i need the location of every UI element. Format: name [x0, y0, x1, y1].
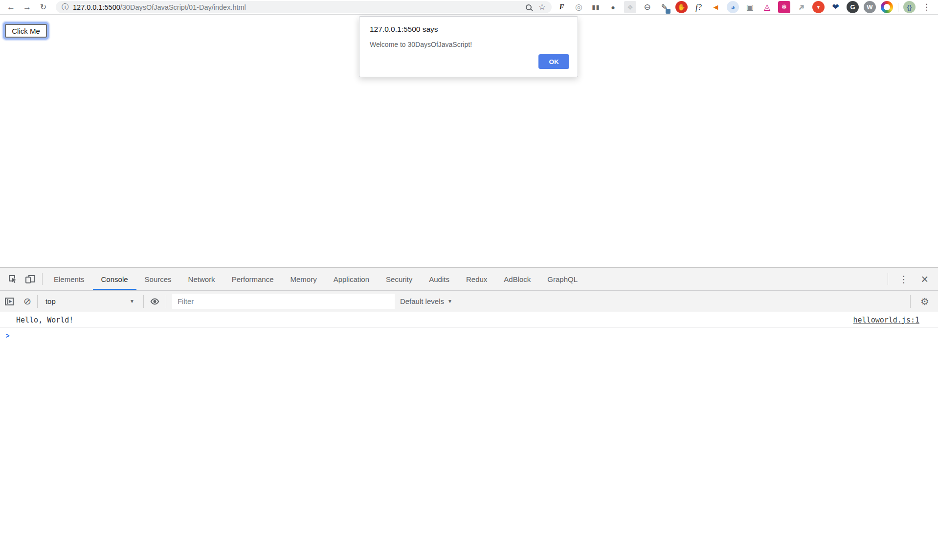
- g-circle-extension-icon[interactable]: G: [847, 1, 859, 13]
- click-me-button[interactable]: Click Me: [5, 24, 47, 38]
- console-filter-input[interactable]: [172, 294, 395, 309]
- console-source-link[interactable]: helloworld.js:1: [853, 316, 919, 324]
- bookmark-extension-icon[interactable]: ▼: [812, 1, 825, 13]
- toolbar-separator: [37, 295, 38, 308]
- tab-network[interactable]: Network: [180, 268, 223, 290]
- alert-dialog: 127.0.0.1:5500 says Welcome to 30DaysOfJ…: [359, 16, 578, 77]
- url-bar[interactable]: ⓘ 127.0.0.1:5500/30DaysOfJavaScript/01-D…: [56, 1, 552, 13]
- zoom-icon[interactable]: [526, 4, 532, 10]
- bookmark-star-icon[interactable]: ☆: [538, 2, 546, 12]
- tab-elements[interactable]: Elements: [45, 268, 93, 290]
- console-settings-gear-icon[interactable]: ⚙: [916, 296, 933, 307]
- extensions-separator: [898, 3, 898, 12]
- omnibox-actions: ☆: [526, 2, 546, 12]
- console-message-row: Hello, World! helloworld.js:1: [0, 312, 938, 328]
- console-toolbar: ▶ ⊘ top ▼ Default levels ▼ ⚙: [0, 291, 938, 312]
- fonts-ninja-extension-icon[interactable]: F: [556, 1, 568, 13]
- pink-prism-extension-icon[interactable]: ◬: [761, 1, 773, 13]
- chevron-down-icon: ▼: [130, 299, 134, 304]
- back-button[interactable]: ←: [4, 1, 18, 13]
- browser-toolbar: ← → ↻ ⓘ 127.0.0.1:5500/30DaysOfJavaScrip…: [0, 0, 938, 15]
- tab-audits[interactable]: Audits: [421, 268, 458, 290]
- inspect-cursor-glyph: [8, 274, 18, 284]
- alert-message: Welcome to 30DaysOfJavaScript!: [370, 41, 568, 48]
- tab-redux[interactable]: Redux: [458, 268, 495, 290]
- play-glyph: ▶: [9, 299, 12, 303]
- inspect-element-icon[interactable]: [4, 268, 22, 290]
- chevron-down-icon: ▼: [447, 299, 452, 304]
- toolbar-separator: [143, 295, 144, 308]
- log-levels-value: Default levels: [400, 297, 444, 305]
- side-panels-extension-icon[interactable]: ▮▮: [590, 1, 602, 13]
- page-info-icon[interactable]: ⓘ: [62, 3, 68, 12]
- extensions-bar: F ◎ ▮▮ ● ❖ ⊖ ✎ ✋ f? ◄ ◕ ▣ ◬ ✻ ➔ ▼ ❤ G W …: [556, 1, 934, 13]
- tab-application[interactable]: Application: [325, 268, 378, 290]
- toolbar-separator: [910, 295, 911, 308]
- pink-flower-extension-icon[interactable]: ✻: [778, 1, 790, 13]
- alert-ok-button[interactable]: OK: [538, 54, 569, 69]
- w-circle-extension-icon[interactable]: W: [864, 1, 876, 13]
- console-sidebar-icon[interactable]: ▶: [5, 298, 14, 305]
- alert-title: 127.0.0.1:5500 says: [370, 25, 568, 34]
- devtools-window-controls: ⋮ ×: [885, 268, 938, 290]
- controls-separator: [888, 273, 888, 285]
- url-path: /30DaysOfJavaScript/01-Day/index.html: [120, 3, 246, 11]
- corner-arrow-extension-icon[interactable]: ➔: [793, 0, 810, 16]
- halo-ring-extension-icon[interactable]: ◎: [573, 1, 585, 13]
- log-levels-dropdown[interactable]: Default levels ▼: [400, 297, 452, 305]
- reload-button[interactable]: ↻: [37, 1, 50, 13]
- console-prompt[interactable]: >: [0, 328, 938, 343]
- bug-extension-icon[interactable]: ●: [607, 1, 619, 13]
- browser-menu-button[interactable]: ⋮: [920, 2, 933, 12]
- live-expression-eye-icon[interactable]: [150, 297, 160, 306]
- url-host: 127.0.0.1:5500: [73, 3, 120, 11]
- devtools-panel: Elements Console Sources Network Perform…: [0, 267, 938, 560]
- tab-adblock[interactable]: AdBlock: [495, 268, 539, 290]
- eyedropper-extension-icon[interactable]: ✎: [658, 1, 670, 13]
- device-toolbar-icon[interactable]: [22, 268, 39, 290]
- tab-performance[interactable]: Performance: [223, 268, 282, 290]
- f-question-extension-icon[interactable]: f?: [692, 1, 705, 13]
- tabbar-separator: [42, 273, 43, 285]
- json-braces-extension-icon[interactable]: {}: [903, 1, 916, 13]
- context-selector-value: top: [45, 297, 56, 305]
- megaphone-extension-icon[interactable]: ◄: [710, 1, 722, 13]
- blue-swirl-extension-icon[interactable]: ◕: [727, 1, 739, 13]
- forward-button[interactable]: →: [21, 1, 34, 13]
- devtools-menu-button[interactable]: ⋮: [893, 274, 914, 285]
- device-frames-glyph: [25, 274, 36, 284]
- clear-console-icon[interactable]: ⊘: [23, 296, 31, 307]
- tab-console[interactable]: Console: [93, 268, 136, 290]
- tab-security[interactable]: Security: [378, 268, 421, 290]
- camera-extension-icon[interactable]: ▣: [744, 1, 756, 13]
- paren-dash-extension-icon[interactable]: ⊖: [641, 1, 653, 13]
- url-text[interactable]: 127.0.0.1:5500/30DaysOfJavaScript/01-Day…: [73, 3, 246, 11]
- eye-glyph: [150, 297, 160, 306]
- stop-hand-extension-icon[interactable]: ✋: [675, 1, 688, 13]
- console-prompt-chevron-icon: >: [6, 331, 10, 340]
- grid-flower-extension-icon[interactable]: ❖: [624, 1, 636, 13]
- rainbow-ring-extension-icon[interactable]: [881, 1, 893, 13]
- console-message-text: Hello, World!: [16, 316, 73, 324]
- devtools-close-button[interactable]: ×: [916, 273, 933, 285]
- context-selector[interactable]: top ▼: [44, 297, 137, 305]
- tab-memory[interactable]: Memory: [282, 268, 325, 290]
- toolbar-separator: [166, 295, 166, 308]
- devtools-tab-bar: Elements Console Sources Network Perform…: [0, 268, 938, 291]
- tab-graphql[interactable]: GraphQL: [539, 268, 586, 290]
- tab-sources[interactable]: Sources: [136, 268, 180, 290]
- heart-search-extension-icon[interactable]: ❤: [829, 1, 842, 13]
